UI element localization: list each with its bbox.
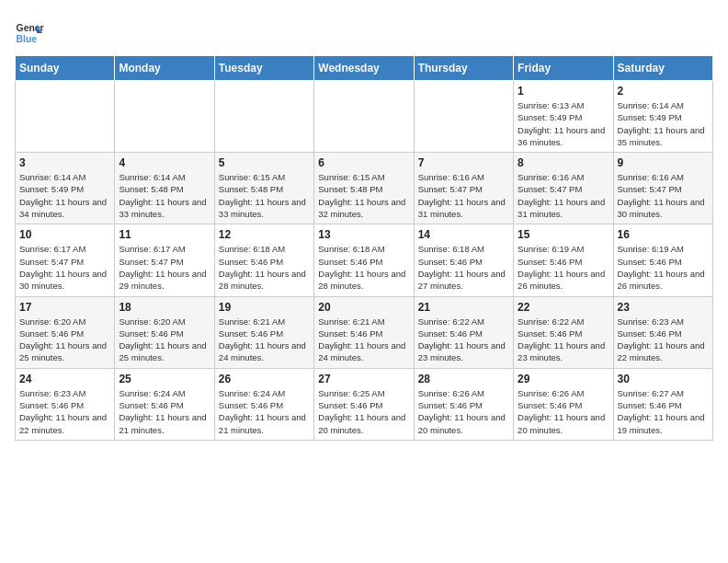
- day-cell: 6Sunrise: 6:15 AM Sunset: 5:48 PM Daylig…: [314, 153, 414, 224]
- day-info: Sunrise: 6:16 AM Sunset: 5:47 PM Dayligh…: [418, 171, 509, 220]
- day-number: 1: [518, 85, 609, 98]
- day-number: 11: [119, 228, 210, 241]
- day-info: Sunrise: 6:14 AM Sunset: 5:48 PM Dayligh…: [119, 171, 210, 220]
- day-info: Sunrise: 6:18 AM Sunset: 5:46 PM Dayligh…: [219, 243, 310, 292]
- day-info: Sunrise: 6:18 AM Sunset: 5:46 PM Dayligh…: [318, 243, 409, 292]
- day-info: Sunrise: 6:18 AM Sunset: 5:46 PM Dayligh…: [418, 243, 509, 292]
- day-number: 30: [618, 373, 709, 385]
- day-number: 27: [318, 373, 409, 385]
- day-cell: 29Sunrise: 6:26 AM Sunset: 5:46 PM Dayli…: [514, 368, 613, 440]
- day-number: 26: [219, 373, 310, 385]
- day-info: Sunrise: 6:17 AM Sunset: 5:47 PM Dayligh…: [119, 243, 210, 292]
- day-number: 25: [119, 373, 210, 385]
- day-cell: 18Sunrise: 6:20 AM Sunset: 5:46 PM Dayli…: [115, 296, 214, 368]
- logo: General Blue: [15, 18, 44, 48]
- day-cell: 23Sunrise: 6:23 AM Sunset: 5:46 PM Dayli…: [613, 296, 712, 368]
- day-info: Sunrise: 6:14 AM Sunset: 5:49 PM Dayligh…: [618, 99, 709, 148]
- day-cell: 16Sunrise: 6:19 AM Sunset: 5:46 PM Dayli…: [613, 224, 712, 296]
- day-cell: 15Sunrise: 6:19 AM Sunset: 5:46 PM Dayli…: [514, 224, 613, 296]
- col-header-wednesday: Wednesday: [314, 56, 414, 81]
- day-cell: [16, 81, 115, 153]
- calendar-table: SundayMondayTuesdayWednesdayThursdayFrid…: [15, 55, 713, 441]
- day-cell: 12Sunrise: 6:18 AM Sunset: 5:46 PM Dayli…: [214, 224, 313, 296]
- day-cell: 4Sunrise: 6:14 AM Sunset: 5:48 PM Daylig…: [115, 153, 214, 224]
- day-info: Sunrise: 6:15 AM Sunset: 5:48 PM Dayligh…: [219, 171, 310, 220]
- week-row-3: 10Sunrise: 6:17 AM Sunset: 5:47 PM Dayli…: [16, 224, 713, 296]
- col-header-saturday: Saturday: [613, 56, 712, 81]
- day-number: 9: [618, 156, 709, 169]
- day-number: 4: [119, 156, 210, 169]
- day-info: Sunrise: 6:23 AM Sunset: 5:46 PM Dayligh…: [19, 387, 110, 436]
- day-cell: 5Sunrise: 6:15 AM Sunset: 5:48 PM Daylig…: [214, 153, 313, 224]
- day-cell: 8Sunrise: 6:16 AM Sunset: 5:47 PM Daylig…: [514, 153, 613, 224]
- day-info: Sunrise: 6:22 AM Sunset: 5:46 PM Dayligh…: [418, 316, 509, 364]
- day-cell: 17Sunrise: 6:20 AM Sunset: 5:46 PM Dayli…: [16, 296, 115, 368]
- week-row-4: 17Sunrise: 6:20 AM Sunset: 5:46 PM Dayli…: [16, 296, 713, 368]
- day-number: 21: [418, 301, 509, 314]
- day-cell: [414, 81, 513, 153]
- day-number: 8: [518, 156, 609, 169]
- header-row: SundayMondayTuesdayWednesdayThursdayFrid…: [16, 56, 713, 81]
- week-row-1: 1Sunrise: 6:13 AM Sunset: 5:49 PM Daylig…: [16, 81, 713, 153]
- day-info: Sunrise: 6:24 AM Sunset: 5:46 PM Dayligh…: [119, 387, 210, 436]
- day-info: Sunrise: 6:26 AM Sunset: 5:46 PM Dayligh…: [518, 387, 609, 436]
- day-number: 19: [219, 301, 310, 314]
- day-info: Sunrise: 6:27 AM Sunset: 5:46 PM Dayligh…: [618, 387, 709, 436]
- day-info: Sunrise: 6:14 AM Sunset: 5:49 PM Dayligh…: [19, 171, 110, 220]
- day-cell: 30Sunrise: 6:27 AM Sunset: 5:46 PM Dayli…: [613, 368, 712, 440]
- col-header-thursday: Thursday: [414, 56, 513, 81]
- day-info: Sunrise: 6:21 AM Sunset: 5:46 PM Dayligh…: [219, 316, 310, 364]
- week-row-2: 3Sunrise: 6:14 AM Sunset: 5:49 PM Daylig…: [16, 153, 713, 224]
- day-info: Sunrise: 6:22 AM Sunset: 5:46 PM Dayligh…: [518, 316, 609, 364]
- day-cell: 25Sunrise: 6:24 AM Sunset: 5:46 PM Dayli…: [115, 368, 214, 440]
- day-number: 13: [318, 228, 409, 241]
- day-cell: 20Sunrise: 6:21 AM Sunset: 5:46 PM Dayli…: [314, 296, 414, 368]
- day-number: 3: [19, 156, 110, 169]
- day-info: Sunrise: 6:20 AM Sunset: 5:46 PM Dayligh…: [19, 316, 110, 364]
- day-number: 28: [418, 373, 509, 385]
- day-cell: 2Sunrise: 6:14 AM Sunset: 5:49 PM Daylig…: [613, 81, 712, 153]
- day-cell: 24Sunrise: 6:23 AM Sunset: 5:46 PM Dayli…: [16, 368, 115, 440]
- col-header-friday: Friday: [514, 56, 613, 81]
- day-info: Sunrise: 6:16 AM Sunset: 5:47 PM Dayligh…: [518, 171, 609, 220]
- col-header-sunday: Sunday: [16, 56, 115, 81]
- day-cell: 14Sunrise: 6:18 AM Sunset: 5:46 PM Dayli…: [414, 224, 513, 296]
- day-info: Sunrise: 6:21 AM Sunset: 5:46 PM Dayligh…: [318, 316, 409, 364]
- day-cell: [314, 81, 414, 153]
- day-cell: 11Sunrise: 6:17 AM Sunset: 5:47 PM Dayli…: [115, 224, 214, 296]
- day-number: 5: [219, 156, 310, 169]
- col-header-monday: Monday: [115, 56, 214, 81]
- day-info: Sunrise: 6:25 AM Sunset: 5:46 PM Dayligh…: [318, 387, 409, 436]
- day-info: Sunrise: 6:17 AM Sunset: 5:47 PM Dayligh…: [19, 243, 110, 292]
- day-info: Sunrise: 6:19 AM Sunset: 5:46 PM Dayligh…: [618, 243, 709, 292]
- day-info: Sunrise: 6:20 AM Sunset: 5:46 PM Dayligh…: [119, 316, 210, 364]
- day-cell: 9Sunrise: 6:16 AM Sunset: 5:47 PM Daylig…: [613, 153, 712, 224]
- col-header-tuesday: Tuesday: [214, 56, 313, 81]
- day-number: 17: [19, 301, 110, 314]
- day-number: 23: [618, 301, 709, 314]
- day-cell: 28Sunrise: 6:26 AM Sunset: 5:46 PM Dayli…: [414, 368, 513, 440]
- day-info: Sunrise: 6:26 AM Sunset: 5:46 PM Dayligh…: [418, 387, 509, 436]
- day-cell: 19Sunrise: 6:21 AM Sunset: 5:46 PM Dayli…: [214, 296, 313, 368]
- day-cell: 26Sunrise: 6:24 AM Sunset: 5:46 PM Dayli…: [214, 368, 313, 440]
- day-number: 18: [119, 301, 210, 314]
- day-cell: 21Sunrise: 6:22 AM Sunset: 5:46 PM Dayli…: [414, 296, 513, 368]
- day-number: 2: [618, 85, 709, 98]
- day-cell: 22Sunrise: 6:22 AM Sunset: 5:46 PM Dayli…: [514, 296, 613, 368]
- day-number: 6: [318, 156, 409, 169]
- day-number: 24: [19, 373, 110, 385]
- day-info: Sunrise: 6:23 AM Sunset: 5:46 PM Dayligh…: [618, 316, 709, 364]
- day-number: 7: [418, 156, 509, 169]
- day-number: 29: [518, 373, 609, 385]
- page-header: General Blue: [15, 15, 713, 48]
- day-cell: [214, 81, 313, 153]
- day-cell: 7Sunrise: 6:16 AM Sunset: 5:47 PM Daylig…: [414, 153, 513, 224]
- svg-text:Blue: Blue: [17, 34, 38, 44]
- logo-icon: General Blue: [15, 18, 44, 48]
- day-number: 22: [518, 301, 609, 314]
- day-cell: 10Sunrise: 6:17 AM Sunset: 5:47 PM Dayli…: [16, 224, 115, 296]
- day-cell: 13Sunrise: 6:18 AM Sunset: 5:46 PM Dayli…: [314, 224, 414, 296]
- day-cell: 1Sunrise: 6:13 AM Sunset: 5:49 PM Daylig…: [514, 81, 613, 153]
- day-cell: 27Sunrise: 6:25 AM Sunset: 5:46 PM Dayli…: [314, 368, 414, 440]
- day-cell: [115, 81, 214, 153]
